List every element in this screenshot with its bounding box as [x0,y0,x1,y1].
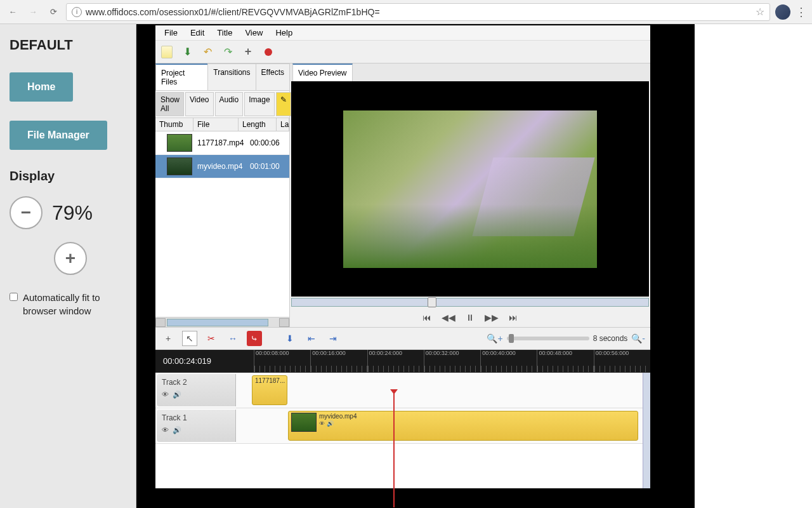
filter-show-all[interactable]: Show All [156,92,184,116]
menu-title[interactable]: Title [212,27,237,39]
project-panel: Project Files Transitions Effects Show A… [155,64,290,327]
profile-avatar-icon[interactable] [775,4,790,20]
file-length: 00:01:00 [250,162,287,171]
next-marker-icon[interactable]: ⇥ [325,331,341,346]
tracks-scrollbar[interactable] [643,373,650,488]
undo-icon[interactable]: ↶ [200,44,215,60]
tab-effects[interactable]: Effects [256,64,290,90]
file-name: 1177187.mp4 [197,138,250,147]
video-editor-app: File Edit Title View Help ⬇ ↶ ↷ + Projec… [155,25,650,488]
file-row[interactable]: myvideo.mp4 00:01:00 [155,155,289,178]
add-icon[interactable]: + [240,44,256,60]
col-thumb[interactable]: Thumb [155,118,193,131]
sidebar: DEFAULT Home File Manager Display − 79% … [0,24,136,508]
add-track-icon[interactable]: + [160,331,176,346]
pause-icon[interactable]: ⏸ [466,312,475,323]
file-name: myvideo.mp4 [197,162,250,171]
audio-icon[interactable]: 🔊 [173,391,181,399]
track-row: Track 2 👁 🔊 1177187... [155,373,650,408]
track-body[interactable]: 1177187... [236,373,650,408]
prev-marker-icon[interactable]: ⇤ [304,331,319,346]
file-table-header: Thumb File Length La [155,118,289,131]
clip-label: 1177187... [255,377,285,384]
zoom-slider-thumb[interactable] [509,334,514,343]
preview-panel: Video Preview ⏮ ◀◀ ⏸ ▶▶ ⏭ [290,64,650,327]
zoom-out-timeline-icon[interactable]: 🔍- [631,333,645,344]
menu-view[interactable]: View [240,27,268,39]
skip-end-icon[interactable]: ⏭ [509,312,518,323]
clip-visibility-icon[interactable]: 👁 [319,420,325,427]
zoom-in-button[interactable]: + [54,242,87,275]
menu-file[interactable]: File [159,27,183,39]
timeline-clip[interactable]: myvideo.mp4 👁 🔊 [288,411,638,441]
skip-start-icon[interactable]: ⏮ [422,312,431,323]
file-length: 00:00:06 [250,138,287,147]
record-icon[interactable] [261,44,276,60]
col-file[interactable]: File [193,118,239,131]
scroll-left-icon[interactable] [155,318,166,327]
fit-checkbox[interactable] [10,293,18,301]
track-header[interactable]: Track 1 👁 🔊 [157,410,236,442]
back-button[interactable]: ← [5,4,20,20]
new-project-icon[interactable] [159,44,174,60]
bookmark-star-icon[interactable]: ☆ [756,6,764,18]
preview-image [343,110,597,268]
pointer-tool-icon[interactable]: ↖ [182,331,197,346]
site-info-icon[interactable]: i [72,7,82,17]
reload-button[interactable]: ⟳ [46,4,61,20]
tab-project-files[interactable]: Project Files [155,64,208,90]
zoom-out-button[interactable]: − [10,196,43,229]
track-name: Track 1 [162,413,230,422]
chrome-menu-icon[interactable]: ⋮ [796,5,807,19]
marker-down-icon[interactable]: ⬇ [282,331,298,346]
filter-image[interactable]: Image [244,92,274,116]
col-la[interactable]: La [277,118,289,131]
horizontal-scrollbar[interactable] [155,317,289,327]
forward-button[interactable]: → [25,4,41,20]
menu-help[interactable]: Help [270,27,298,39]
resize-tool-icon[interactable]: ↔ [225,331,240,346]
filter-tag-icon[interactable]: ✎ [276,92,291,116]
url-bar[interactable]: i www.offidocs.com/osessionx01/#/client/… [66,3,770,21]
visibility-icon[interactable]: 👁 [162,426,169,434]
timeline-clip[interactable]: 1177187... [252,375,287,405]
track-name: Track 2 [162,378,230,387]
rewind-icon[interactable]: ◀◀ [442,312,455,323]
display-heading: Display [10,169,126,184]
tab-video-preview[interactable]: Video Preview [292,64,353,81]
filter-video[interactable]: Video [185,92,213,116]
preview-seek-slider[interactable] [291,298,649,307]
zoom-in-timeline-icon[interactable]: 🔍+ [487,333,502,344]
tab-transitions[interactable]: Transitions [207,64,256,90]
file-manager-button[interactable]: File Manager [10,121,107,150]
save-icon[interactable]: ⬇ [180,44,195,60]
scroll-thumb[interactable] [167,319,268,326]
track-body[interactable]: myvideo.mp4 👁 🔊 [236,408,650,443]
visibility-icon[interactable]: 👁 [162,391,169,399]
col-length[interactable]: Length [239,118,277,131]
ruler-tick: 00:00:24:000 [367,350,424,372]
file-row[interactable]: 1177187.mp4 00:00:06 [155,131,289,155]
playhead[interactable] [393,393,395,507]
menu-edit[interactable]: Edit [185,27,209,39]
timeline-toolbar: + ↖ ✂ ↔ ⤷ ⬇ ⇤ ⇥ 🔍+ 8 seconds 🔍- [155,327,650,350]
scroll-right-icon[interactable] [279,318,289,327]
browser-toolbar: ← → ⟳ i www.offidocs.com/osessionx01/#/c… [0,0,812,24]
timeline-ruler[interactable]: 00:00:24:019 00:00:08:000 00:00:16:000 0… [155,350,650,373]
current-time: 00:00:24:019 [163,356,211,366]
snap-tool-icon[interactable]: ⤷ [247,331,262,346]
file-thumb-icon [167,134,192,152]
filter-audio[interactable]: Audio [215,92,244,116]
home-button[interactable]: Home [10,72,73,102]
seek-thumb[interactable] [428,297,436,307]
track-header[interactable]: Track 2 👁 🔊 [157,374,236,406]
file-thumb-icon [167,157,192,175]
forward-icon[interactable]: ▶▶ [485,312,499,323]
ruler-tick: 00:00:56:000 [594,350,650,372]
timeline-zoom-slider[interactable] [507,337,589,340]
cut-tool-icon[interactable]: ✂ [204,331,219,346]
ruler-tick: 00:00:32:000 [424,350,480,372]
redo-icon[interactable]: ↷ [220,44,235,60]
clip-audio-icon[interactable]: 🔊 [327,420,334,427]
audio-icon[interactable]: 🔊 [173,426,181,434]
